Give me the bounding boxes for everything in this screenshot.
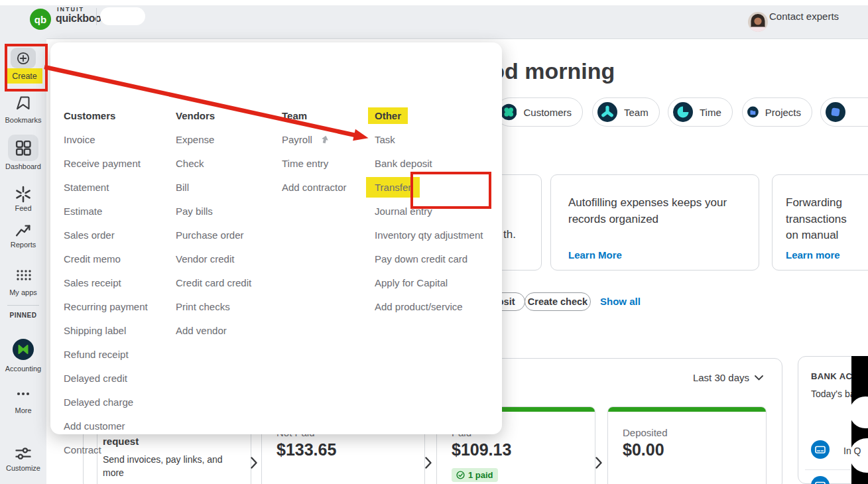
promo-text: Autofilling expenses keeps your records … <box>568 195 742 227</box>
stat-amount: $133.65 <box>277 440 336 459</box>
menu-item-credit-memo[interactable]: Credit memo <box>64 247 148 271</box>
menu-header: Vendors <box>176 106 251 126</box>
menu-item-expense[interactable]: Expense <box>176 128 251 152</box>
sidebar-divider <box>7 305 39 306</box>
shortcut-clipped[interactable] <box>820 97 868 127</box>
shortcut-projects[interactable]: Projects <box>742 97 812 127</box>
show-all-link[interactable]: Show all <box>600 296 641 307</box>
bank-account-icon <box>811 440 830 461</box>
more-icon[interactable] <box>15 389 31 400</box>
accounting-app-icon[interactable] <box>12 338 34 363</box>
learn-more-link[interactable]: Learn more <box>786 249 840 261</box>
quickbooks-dashboard: qb INTUIT quickbooks Contact experts Cre… <box>0 0 868 484</box>
team-icon <box>597 102 617 122</box>
menu-item-refund-receipt[interactable]: Refund receipt <box>64 343 148 367</box>
chevron-right-icon[interactable] <box>251 457 258 471</box>
sidebar-item-feed[interactable]: Feed <box>0 204 46 212</box>
menu-item-purchase-order[interactable]: Purchase order <box>176 223 251 247</box>
menu-item-sales-receipt[interactable]: Sales receipt <box>64 271 148 295</box>
stat-label: Deposited <box>623 427 668 438</box>
menu-item-estimate[interactable]: Estimate <box>64 200 148 223</box>
intuit-brand-text: INTUIT <box>57 6 84 13</box>
menu-item-inventory-qty-adjustment[interactable]: Inventory qty adjustment <box>375 223 483 247</box>
menu-item-receive-payment[interactable]: Receive payment <box>64 152 148 176</box>
paid-count-badge: 1 paid <box>452 468 498 482</box>
deposited-card[interactable]: Deposited $0.00 <box>607 406 767 484</box>
menu-column-team: Team Payroll Time entry Add contractor <box>282 106 347 200</box>
menu-item-sales-order[interactable]: Sales order <box>64 223 148 247</box>
date-range-dropdown[interactable]: Last 30 days <box>693 372 763 383</box>
menu-item-shipping-label[interactable]: Shipping label <box>64 319 148 343</box>
menu-item-pay-bills[interactable]: Pay bills <box>176 200 251 223</box>
menu-item-contract[interactable]: Contract <box>64 438 148 462</box>
annotation-box-create <box>5 44 48 91</box>
expert-avatar[interactable] <box>748 12 768 34</box>
reports-icon[interactable] <box>14 221 32 242</box>
menu-column-other: Other Task Bank deposit Transfer Journal… <box>375 106 483 319</box>
menu-item-vendor-credit[interactable]: Vendor credit <box>176 247 251 271</box>
menu-item-add-contractor[interactable]: Add contractor <box>282 176 347 200</box>
menu-column-customers: Customers Invoice Receive payment Statem… <box>64 106 148 462</box>
promo-card-autofill[interactable]: Autofilling expenses keeps your records … <box>550 174 759 271</box>
menu-item-check[interactable]: Check <box>176 152 251 176</box>
projects-folder-icon <box>747 102 759 122</box>
menu-item-add-product-service[interactable]: Add product/service <box>375 295 483 319</box>
learn-more-link[interactable]: Learn More <box>568 249 622 261</box>
create-menu-panel: Customers Invoice Receive payment Statem… <box>50 42 502 434</box>
menu-item-delayed-credit[interactable]: Delayed credit <box>64 367 148 391</box>
clipped-shortcut-icon <box>826 102 845 122</box>
menu-item-payroll[interactable]: Payroll <box>282 128 347 152</box>
sidebar-item-bookmarks[interactable]: Bookmarks <box>0 116 46 124</box>
menu-item-invoice[interactable]: Invoice <box>64 128 148 152</box>
topbar-divider <box>96 8 97 25</box>
menu-item-statement[interactable]: Statement <box>64 176 148 200</box>
customize-icon[interactable] <box>14 446 32 464</box>
feed-icon[interactable] <box>14 185 32 206</box>
annotation-box-transfer <box>410 172 491 209</box>
check-circle-icon <box>456 471 465 479</box>
menu-item-time-entry[interactable]: Time entry <box>282 152 347 176</box>
menu-header: Team <box>282 106 347 126</box>
menu-item-credit-card-credit[interactable]: Credit card credit <box>176 271 251 295</box>
dashboard-icon[interactable] <box>14 139 32 160</box>
sidebar-item-dashboard[interactable]: Dashboard <box>0 162 46 170</box>
promo-card-forwarding[interactable]: Forwarding transactions on manual Learn … <box>772 174 868 271</box>
menu-item-task[interactable]: Task <box>375 128 483 152</box>
upgrade-arrow-icon <box>321 135 329 144</box>
contact-experts-link[interactable]: Contact experts <box>769 11 839 22</box>
customers-clover-icon <box>501 102 517 122</box>
my-apps-icon[interactable] <box>16 269 32 284</box>
chevron-down-icon <box>755 375 763 381</box>
chevron-right-icon[interactable] <box>595 457 603 471</box>
menu-item-recurring-payment[interactable]: Recurring payment <box>64 295 148 319</box>
bookmark-icon[interactable] <box>14 95 32 116</box>
stat-amount: $109.13 <box>452 440 511 459</box>
menu-item-add-customer[interactable]: Add customer <box>64 414 148 438</box>
pinned-heading: PINNED <box>0 312 46 319</box>
create-check-pill[interactable]: Create check <box>525 292 591 311</box>
menu-item-add-vendor[interactable]: Add vendor <box>176 319 251 343</box>
promo-text: Forwarding transactions on manual <box>786 195 857 244</box>
shortcut-customers[interactable]: Customers <box>495 97 583 127</box>
chevron-right-icon[interactable] <box>425 457 432 471</box>
sidebar-item-my-apps[interactable]: My apps <box>0 288 46 296</box>
menu-item-bill[interactable]: Bill <box>176 176 251 200</box>
sidebar-item-more[interactable]: More <box>0 406 46 414</box>
menu-item-print-checks[interactable]: Print checks <box>176 295 251 319</box>
promo-text-fragment: th. <box>503 227 516 243</box>
card-accent-bar <box>608 407 766 412</box>
quickbooks-logo-icon: qb <box>30 9 51 30</box>
menu-item-delayed-charge[interactable]: Delayed charge <box>64 391 148 414</box>
sidebar-item-reports[interactable]: Reports <box>0 241 46 249</box>
company-name-redacted <box>100 7 145 25</box>
menu-header-other-highlighted: Other <box>375 106 483 126</box>
shortcut-team[interactable]: Team <box>592 97 660 127</box>
sidebar-item-customize[interactable]: Customize <box>0 464 46 472</box>
menu-item-pay-down-credit-card[interactable]: Pay down credit card <box>375 247 483 271</box>
time-clock-icon <box>673 102 693 122</box>
menu-header: Customers <box>64 106 148 126</box>
menu-item-apply-for-capital[interactable]: Apply for Capital <box>375 271 483 295</box>
menu-column-vendors: Vendors Expense Check Bill Pay bills Pur… <box>176 106 251 343</box>
sidebar-item-accounting[interactable]: Accounting <box>0 365 46 373</box>
shortcut-time[interactable]: Time <box>668 97 733 127</box>
